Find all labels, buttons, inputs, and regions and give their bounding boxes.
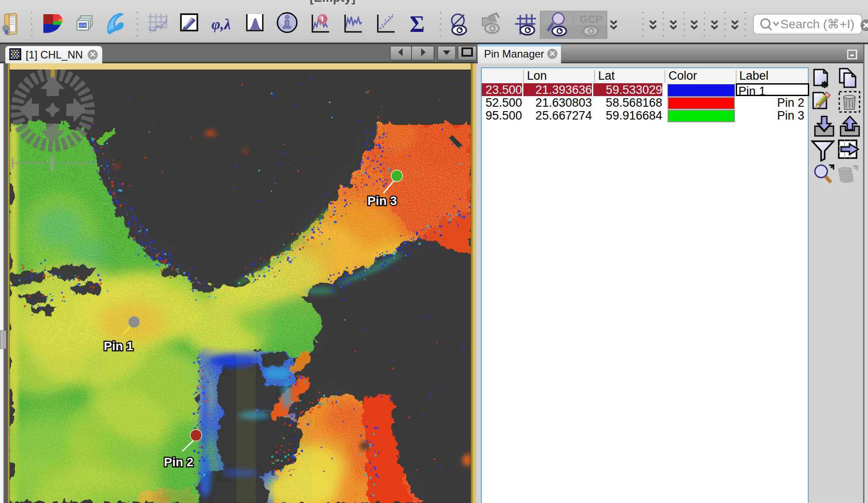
svg-text:Σ: Σ [410,12,425,37]
svg-text:Pin 2: Pin 2 [164,455,194,469]
svg-text:Pin 1: Pin 1 [104,339,134,353]
svg-text:GCP: GCP [580,13,603,25]
svg-text:φ,λ: φ,λ [211,16,230,32]
svg-text:Pin 3: Pin 3 [368,194,397,208]
